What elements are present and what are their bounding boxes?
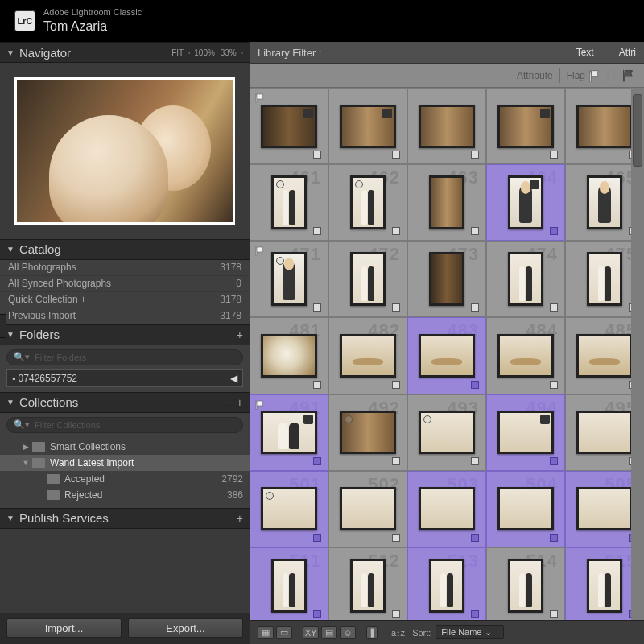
add-publish-button[interactable]: + xyxy=(237,512,243,525)
grid-cell[interactable]: 511 xyxy=(250,547,328,620)
catalog-header[interactable]: ▼ Catalog xyxy=(0,239,250,260)
thumbnail[interactable] xyxy=(508,252,543,306)
thumbnail[interactable] xyxy=(508,175,543,229)
sort-field-dropdown[interactable]: File Name ⌄ xyxy=(436,625,503,639)
grid-cell[interactable] xyxy=(250,88,328,164)
grid-cell[interactable]: 462 xyxy=(328,164,407,241)
remove-collection-button[interactable]: − xyxy=(225,396,232,409)
grid-cell[interactable]: 492 xyxy=(328,394,407,471)
thumbnail[interactable] xyxy=(576,411,632,454)
disk-row[interactable]: ▪ 07426557752 ◀ xyxy=(6,369,243,387)
color-label-icon[interactable] xyxy=(471,534,479,542)
color-label-icon[interactable] xyxy=(392,303,400,312)
catalog-row[interactable]: All Synced Photographs0 xyxy=(0,276,250,292)
collections-header[interactable]: ▼ Collections − + xyxy=(0,392,250,413)
thumbnail[interactable] xyxy=(587,559,622,613)
flag-unflagged-icon[interactable] xyxy=(605,68,619,83)
thumbnail[interactable] xyxy=(340,105,395,148)
color-label-icon[interactable] xyxy=(550,610,558,618)
filter-tab-text[interactable]: Text xyxy=(576,47,594,58)
color-label-icon[interactable] xyxy=(550,303,558,312)
collection-row[interactable]: ▶Smart Collections xyxy=(0,439,250,455)
people-view-icon[interactable]: ☺ xyxy=(340,626,356,639)
thumbnail[interactable] xyxy=(429,175,464,229)
thumbnail[interactable] xyxy=(429,252,464,306)
navigator-header[interactable]: ▼ Navigator FIT ◦ 100% 33% ◦ xyxy=(0,42,250,63)
color-label-icon[interactable] xyxy=(550,534,558,542)
collection-row[interactable]: ▼Wand Latest Import xyxy=(0,455,250,471)
color-label-icon[interactable] xyxy=(471,151,479,159)
color-label-icon[interactable] xyxy=(550,457,558,465)
grid-cell[interactable]: 473 xyxy=(407,241,486,317)
collection-row[interactable]: Accepted2792 xyxy=(0,471,250,487)
grid-cell[interactable]: 461 xyxy=(250,164,328,241)
thumbnail[interactable] xyxy=(271,175,307,229)
catalog-row[interactable]: All Photographs3178 xyxy=(0,260,250,276)
grid-cell[interactable] xyxy=(407,88,486,164)
grid-cell[interactable]: 494 xyxy=(486,394,565,471)
grid-cell[interactable]: 513 xyxy=(407,547,486,620)
color-label-icon[interactable] xyxy=(392,610,400,618)
color-label-icon[interactable] xyxy=(392,227,400,235)
thumbnail[interactable] xyxy=(419,487,474,530)
color-label-icon[interactable] xyxy=(392,457,400,465)
thumbnail[interactable] xyxy=(508,559,543,613)
thumbnail[interactable] xyxy=(419,334,474,378)
thumbnail[interactable] xyxy=(350,252,386,306)
sort-direction-icon[interactable]: a↕z xyxy=(391,626,405,639)
color-label-icon[interactable] xyxy=(392,381,400,389)
color-label-icon[interactable] xyxy=(471,303,479,312)
grid-view[interactable]: 4614624634644654714724734744754814824834… xyxy=(250,88,644,620)
grid-cell[interactable]: 504 xyxy=(486,471,565,547)
color-label-icon[interactable] xyxy=(392,151,400,159)
grid-cell[interactable]: 464 xyxy=(486,164,565,241)
grid-cell[interactable]: 474 xyxy=(486,241,565,317)
color-label-icon[interactable] xyxy=(471,227,479,235)
grid-cell[interactable]: 483 xyxy=(407,317,486,394)
thumbnail[interactable] xyxy=(429,559,464,613)
color-label-icon[interactable] xyxy=(550,227,558,235)
publish-header[interactable]: ▼ Publish Services + xyxy=(0,508,250,529)
grid-cell[interactable]: 463 xyxy=(407,164,486,241)
grid-cell[interactable]: 491 xyxy=(250,394,328,471)
thumbnail[interactable] xyxy=(261,411,316,454)
thumbnail[interactable] xyxy=(340,487,395,530)
survey-view-icon[interactable]: ▤ xyxy=(321,626,337,639)
grid-cell[interactable]: 493 xyxy=(407,394,486,471)
thumbnail[interactable] xyxy=(497,411,553,454)
grid-cell[interactable]: 472 xyxy=(328,241,407,317)
thumbnail[interactable] xyxy=(576,487,632,530)
scrollbar-thumb[interactable] xyxy=(633,94,642,167)
panel-collapse-handle[interactable] xyxy=(0,314,6,338)
grid-cell[interactable]: 484 xyxy=(486,317,565,394)
thumbnail[interactable] xyxy=(497,487,553,530)
collections-search[interactable]: 🔍▾ Filter Collections xyxy=(6,417,243,433)
thumbnail[interactable] xyxy=(340,411,395,454)
thumbnail[interactable] xyxy=(419,105,474,148)
grid-cell[interactable] xyxy=(328,88,407,164)
thumbnail[interactable] xyxy=(261,487,316,530)
thumbnail[interactable] xyxy=(587,252,622,306)
filter-tab-attribute[interactable]: Attri xyxy=(619,47,636,58)
navigator-preview[interactable] xyxy=(14,77,235,225)
color-label-icon[interactable] xyxy=(471,457,479,465)
thumbnail[interactable] xyxy=(261,105,316,148)
color-label-icon[interactable] xyxy=(313,610,321,618)
grid-cell[interactable]: 514 xyxy=(486,547,565,620)
thumbnail[interactable] xyxy=(261,334,316,378)
add-collection-button[interactable]: + xyxy=(237,396,243,409)
grid-cell[interactable] xyxy=(486,88,565,164)
grid-cell[interactable]: 481 xyxy=(250,317,328,394)
grid-cell[interactable]: 501 xyxy=(250,471,328,547)
export-button[interactable]: Export... xyxy=(128,618,243,638)
vertical-scrollbar[interactable] xyxy=(631,88,644,620)
thumbnail[interactable] xyxy=(497,105,553,148)
color-label-icon[interactable] xyxy=(313,303,321,312)
flag-rejected-icon[interactable] xyxy=(621,68,636,83)
color-label-icon[interactable] xyxy=(313,457,321,465)
color-label-icon[interactable] xyxy=(471,610,479,618)
color-label-icon[interactable] xyxy=(392,534,400,542)
grid-cell[interactable]: 503 xyxy=(407,471,486,547)
color-label-icon[interactable] xyxy=(313,381,321,389)
catalog-row[interactable]: Previous Import3178 xyxy=(0,308,250,324)
